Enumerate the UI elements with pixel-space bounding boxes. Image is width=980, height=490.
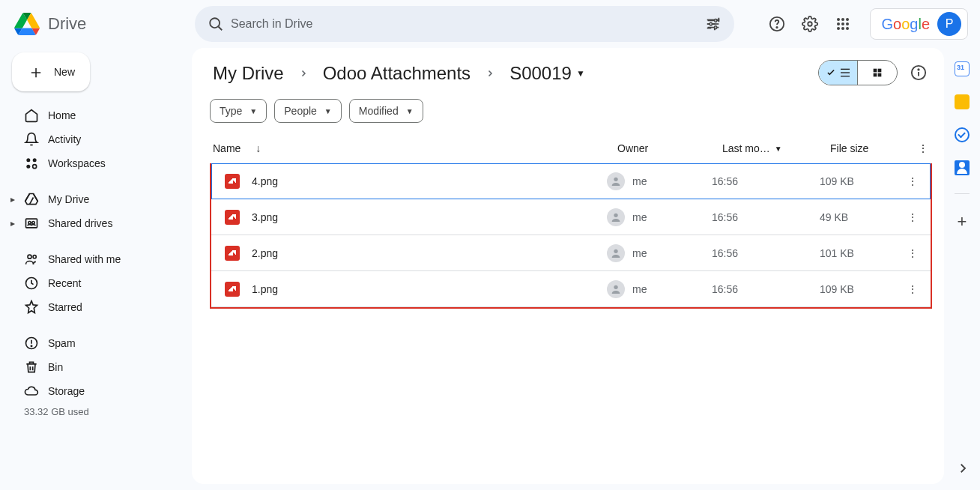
owner-avatar-icon	[607, 244, 625, 262]
svg-point-20	[837, 22, 840, 25]
file-size: 109 KB	[820, 175, 904, 187]
search-options-icon[interactable]	[698, 9, 728, 39]
apps-grid-icon[interactable]	[828, 9, 858, 39]
chevron-right-icon	[293, 69, 314, 78]
sidebar-item-storage[interactable]: Storage	[12, 379, 180, 403]
help-icon[interactable]	[762, 9, 792, 39]
svg-point-31	[28, 222, 31, 224]
search-input[interactable]	[231, 17, 698, 31]
search-bar[interactable]	[195, 6, 734, 42]
col-header-size[interactable]: File size	[830, 142, 914, 154]
col-header-owner[interactable]: Owner	[617, 142, 722, 154]
new-button-label: New	[54, 66, 75, 78]
row-more-icon[interactable]: ⋮	[904, 283, 922, 295]
svg-point-48	[918, 69, 919, 70]
svg-rect-41	[841, 76, 850, 76]
view-controls	[818, 60, 929, 85]
col-header-more-icon[interactable]: ⋮	[914, 142, 932, 154]
calendar-app-icon[interactable]	[955, 61, 970, 76]
filter-modified[interactable]: Modified▼	[349, 99, 423, 123]
add-app-icon[interactable]: +	[958, 212, 967, 232]
svg-point-49	[614, 177, 617, 181]
svg-point-0	[210, 18, 220, 28]
sidebar-item-activity[interactable]: Activity	[12, 127, 180, 151]
col-header-name[interactable]: Name↓	[210, 142, 617, 154]
divider	[955, 193, 970, 194]
logo-area[interactable]: Drive	[12, 9, 189, 39]
spam-icon	[24, 336, 39, 351]
sidebar-item-spam[interactable]: Spam	[12, 331, 180, 355]
app-header: Drive Google P	[0, 0, 980, 48]
sidebar-item-mydrive[interactable]: ▸My Drive	[12, 187, 180, 211]
row-more-icon[interactable]: ⋮	[904, 247, 922, 259]
drive-icon	[24, 192, 39, 207]
svg-point-22	[846, 22, 849, 25]
sidebar-item-recent[interactable]: Recent	[12, 271, 180, 295]
collapse-panel-icon[interactable]	[956, 462, 970, 475]
filter-people[interactable]: People▼	[274, 99, 342, 123]
info-icon[interactable]	[908, 62, 929, 83]
side-panel: +	[944, 48, 980, 490]
svg-point-15	[777, 27, 778, 28]
chevron-right-icon[interactable]: ▸	[10, 218, 15, 229]
new-button[interactable]: ＋ New	[12, 52, 90, 91]
user-avatar[interactable]: P	[937, 12, 961, 36]
contacts-app-icon[interactable]	[955, 160, 970, 175]
svg-point-25	[846, 27, 849, 30]
svg-rect-13	[715, 26, 717, 29]
svg-rect-40	[841, 72, 850, 73]
sidebar-item-bin[interactable]: Bin	[12, 355, 180, 379]
keep-app-icon[interactable]	[955, 94, 970, 109]
sidebar: ＋ New Home Activity Workspaces ▸My Drive…	[0, 48, 192, 490]
svg-point-29	[33, 165, 37, 169]
breadcrumb-current[interactable]: S00019▼	[506, 60, 588, 87]
plus-icon: ＋	[27, 67, 45, 77]
table-row[interactable]: 4.png me 16:56 109 KB ⋮	[211, 163, 931, 199]
svg-point-17	[837, 18, 840, 21]
list-view-button[interactable]	[819, 61, 858, 85]
file-modified: 16:56	[712, 175, 820, 187]
dropdown-caret-icon: ▼	[406, 107, 414, 115]
table-row[interactable]: 3.png me 16:56 49 KB ⋮	[211, 199, 931, 235]
sidebar-item-shared[interactable]: Shared with me	[12, 247, 180, 271]
search-icon[interactable]	[201, 9, 231, 39]
file-modified: 16:56	[712, 211, 820, 223]
svg-rect-45	[878, 73, 882, 77]
svg-rect-30	[26, 219, 37, 228]
shared-drives-icon	[24, 216, 39, 231]
col-header-modified[interactable]: Last mo…▼	[722, 142, 830, 154]
row-more-icon[interactable]: ⋮	[904, 211, 922, 223]
file-size: 49 KB	[820, 211, 904, 223]
svg-point-50	[614, 213, 617, 217]
clock-icon	[24, 276, 39, 291]
settings-icon[interactable]	[795, 9, 825, 39]
tasks-app-icon[interactable]	[955, 127, 970, 142]
sidebar-item-home[interactable]: Home	[12, 103, 180, 127]
file-size: 109 KB	[820, 283, 904, 295]
trash-icon	[24, 360, 39, 375]
breadcrumb-folder[interactable]: Odoo Attachments	[320, 60, 474, 87]
svg-point-19	[846, 18, 849, 21]
svg-point-51	[614, 249, 617, 252]
svg-point-33	[28, 255, 31, 258]
sort-arrow-icon: ↓	[255, 142, 261, 154]
workspaces-icon	[24, 156, 39, 171]
table-row[interactable]: 1.png me 16:56 109 KB ⋮	[211, 271, 931, 307]
view-toggle	[818, 60, 898, 85]
grid-view-button[interactable]	[858, 61, 897, 85]
breadcrumb-root[interactable]: My Drive	[210, 60, 287, 87]
sidebar-item-workspaces[interactable]: Workspaces	[12, 151, 180, 175]
app-name: Drive	[48, 14, 86, 34]
account-switcher[interactable]: Google P	[870, 8, 968, 40]
sidebar-item-shareddrives[interactable]: ▸Shared drives	[12, 211, 180, 235]
chevron-right-icon[interactable]: ▸	[10, 194, 15, 205]
filter-type[interactable]: Type▼	[210, 99, 267, 123]
file-owner: me	[632, 247, 647, 259]
activity-icon	[24, 132, 39, 147]
owner-avatar-icon	[607, 172, 625, 190]
svg-rect-42	[874, 69, 877, 73]
row-more-icon[interactable]: ⋮	[904, 175, 922, 187]
sidebar-item-starred[interactable]: Starred	[12, 295, 180, 319]
file-name: 3.png	[252, 211, 278, 223]
table-row[interactable]: 2.png me 16:56 101 KB ⋮	[211, 235, 931, 271]
